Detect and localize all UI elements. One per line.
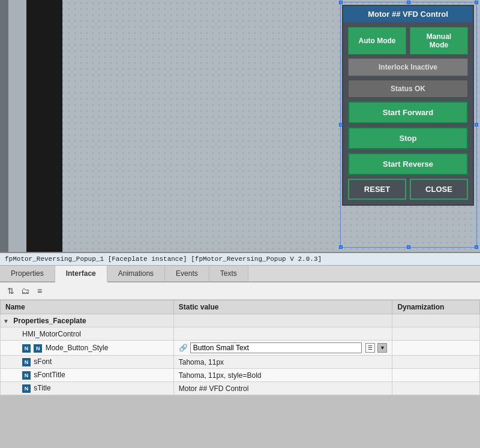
start-forward-button[interactable]: Start Forward: [348, 101, 468, 124]
stop-button[interactable]: Stop: [348, 127, 468, 149]
canvas-area: Motor ## VFD Control Auto Mode Manual Mo…: [0, 0, 480, 252]
link-icon: 🔗: [179, 344, 188, 352]
row-dyn: [392, 369, 480, 382]
row-name: N sTitle: [1, 382, 174, 395]
row-value: [173, 327, 392, 341]
tab-animations[interactable]: Animations: [107, 266, 165, 281]
mode-button-style-input[interactable]: [190, 342, 362, 353]
row-name: HMI_MotorControl: [1, 327, 174, 341]
row-dyn: [392, 314, 480, 327]
row-dyn: [392, 327, 480, 341]
table-row: N sFontTitle Tahoma, 11px, style=Bold: [1, 369, 480, 382]
n-icon: N: [22, 358, 31, 366]
bottom-buttons-row: RESET CLOSE: [348, 179, 468, 200]
vfd-control-panel: Motor ## VFD Control Auto Mode Manual Mo…: [342, 5, 474, 206]
start-reverse-button[interactable]: Start Reverse: [348, 153, 468, 175]
row-dyn: [392, 356, 480, 369]
row-value-dropdown: 🔗 ☰ ▼: [173, 341, 392, 356]
tab-events[interactable]: Events: [165, 266, 209, 281]
table-header-row: Name Static value Dynamization: [1, 300, 480, 314]
left-strip-dark: [0, 0, 8, 252]
close-button[interactable]: CLOSE: [410, 179, 468, 200]
toolbar-row: ⇅ 🗂 ≡: [0, 282, 480, 300]
table-row: N sFont Tahoma, 11px: [1, 356, 480, 369]
left-black-bar: [26, 0, 62, 252]
instance-text: fpMotor_Reversing_Popup_1 [Faceplate ins…: [5, 255, 322, 263]
col-name-header: Name: [1, 300, 174, 314]
tab-interface[interactable]: Interface: [55, 266, 107, 282]
col-dyn-header: Dynamization: [392, 300, 480, 314]
row-value: Tahoma, 11px, style=Bold: [173, 369, 392, 382]
table-row: N N Mode_Button_Style 🔗 ☰ ▼: [1, 341, 480, 356]
tab-texts[interactable]: Texts: [209, 266, 248, 281]
interlock-status: Interlock Inactive: [348, 58, 468, 76]
auto-mode-button[interactable]: Auto Mode: [348, 27, 406, 55]
row-name: N N Mode_Button_Style: [1, 341, 174, 356]
row-value: Tahoma, 11px: [173, 356, 392, 369]
dropdown-cell: 🔗 ☰ ▼: [179, 342, 388, 353]
row-name: ▼ Properties_Faceplate: [1, 314, 174, 327]
col-value-header: Static value: [173, 300, 392, 314]
vfd-body: Auto Mode Manual Mode Interlock Inactive…: [343, 22, 473, 205]
row-dyn: [392, 382, 480, 395]
vfd-title-text: Motor ## VFD Control: [368, 10, 448, 19]
row-dyn: [392, 341, 480, 356]
tabs-bar: Properties Interface Animations Events T…: [0, 266, 480, 282]
list-icon[interactable]: ≡: [34, 285, 46, 297]
properties-panel: fpMotor_Reversing_Popup_1 [Faceplate ins…: [0, 252, 480, 395]
reset-button[interactable]: RESET: [348, 179, 406, 200]
mode-buttons-row: Auto Mode Manual Mode: [348, 27, 468, 55]
n-icon: N: [22, 344, 31, 353]
instance-bar: fpMotor_Reversing_Popup_1 [Faceplate ins…: [0, 253, 480, 266]
row-value: Motor ## VFD Control: [173, 382, 392, 395]
n-icon-2: N: [34, 344, 42, 353]
table-row: N sTitle Motor ## VFD Control: [1, 382, 480, 395]
table-row: ▼ Properties_Faceplate: [1, 314, 480, 327]
row-name: N sFontTitle: [1, 369, 174, 382]
dropdown-button[interactable]: ▼: [377, 343, 387, 353]
status-ok: Status OK: [348, 80, 468, 98]
expand-icon[interactable]: ▼: [3, 318, 9, 324]
table-row: HMI_MotorControl: [1, 327, 480, 341]
tab-properties[interactable]: Properties: [0, 266, 55, 281]
left-strip-light: [8, 0, 26, 252]
row-name: N sFont: [1, 356, 174, 369]
n-icon: N: [22, 371, 31, 380]
manual-mode-button[interactable]: Manual Mode: [410, 27, 468, 55]
vfd-title-bar: Motor ## VFD Control: [343, 6, 473, 22]
list-button[interactable]: ☰: [365, 343, 375, 353]
properties-table: Name Static value Dynamization ▼ Propert…: [0, 300, 480, 395]
folder-icon[interactable]: 🗂: [19, 285, 31, 297]
sort-icon[interactable]: ⇅: [5, 285, 17, 297]
row-value: [173, 314, 392, 327]
n-icon: N: [22, 384, 31, 393]
